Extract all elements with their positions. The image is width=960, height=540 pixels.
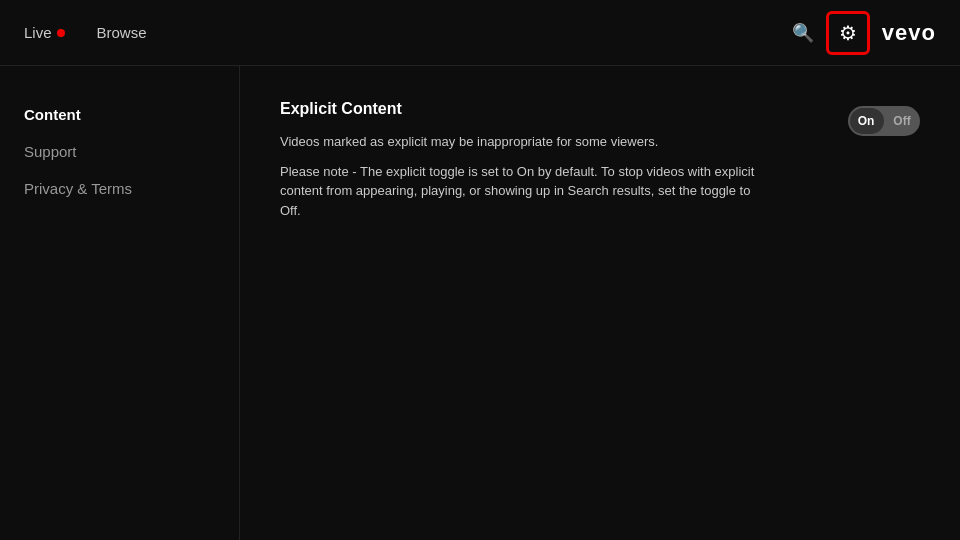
- nav-left: Live Browse: [24, 24, 147, 41]
- nav-right: 🔍 ⚙ vevo: [792, 11, 936, 55]
- nav-live[interactable]: Live: [24, 24, 65, 41]
- live-dot: [57, 29, 65, 37]
- section-title: Explicit Content: [280, 100, 824, 118]
- sidebar-item-support[interactable]: Support: [0, 133, 239, 170]
- sidebar-item-content[interactable]: Content: [0, 96, 239, 133]
- search-icon: 🔍: [792, 22, 814, 44]
- search-button[interactable]: 🔍: [792, 22, 814, 44]
- main-content: Content Support Privacy & Terms Explicit…: [0, 66, 960, 540]
- section-description: Videos marked as explicit may be inappro…: [280, 132, 780, 152]
- section-note: Please note - The explicit toggle is set…: [280, 162, 770, 221]
- toggle-container: On Off: [848, 106, 920, 136]
- sidebar-item-privacy[interactable]: Privacy & Terms: [0, 170, 239, 207]
- settings-button[interactable]: ⚙: [826, 11, 870, 55]
- explicit-toggle[interactable]: On Off: [848, 106, 920, 136]
- live-label: Live: [24, 24, 52, 41]
- nav-browse[interactable]: Browse: [97, 24, 147, 41]
- toggle-on-label: On: [848, 106, 884, 136]
- header: Live Browse 🔍 ⚙ vevo: [0, 0, 960, 65]
- explicit-content-row: Explicit Content Videos marked as explic…: [280, 100, 920, 220]
- toggle-off-label: Off: [884, 106, 920, 136]
- vevo-logo: vevo: [882, 20, 936, 46]
- gear-icon: ⚙: [839, 21, 857, 45]
- content-panel: Explicit Content Videos marked as explic…: [240, 66, 960, 540]
- explicit-content-info: Explicit Content Videos marked as explic…: [280, 100, 824, 220]
- sidebar: Content Support Privacy & Terms: [0, 66, 240, 540]
